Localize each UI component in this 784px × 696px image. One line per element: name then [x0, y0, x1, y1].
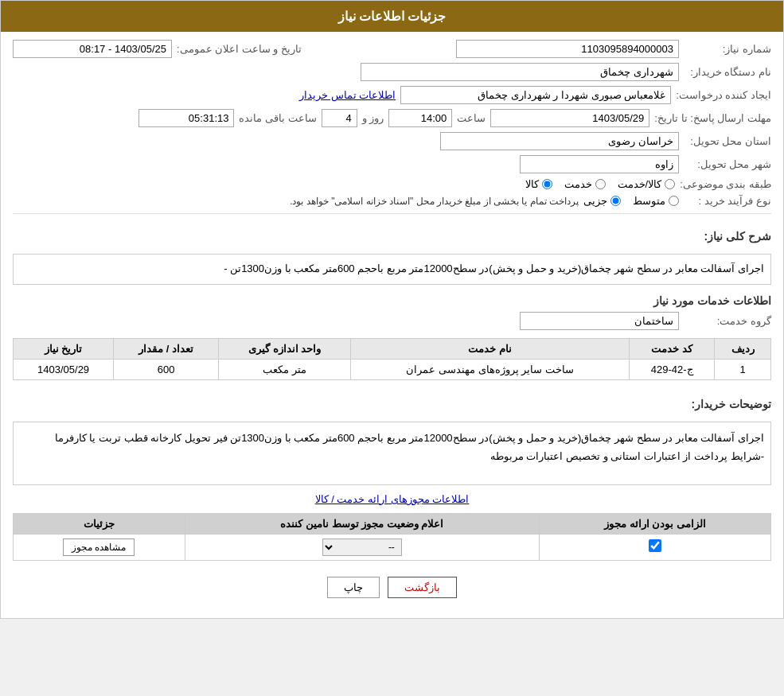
province-input[interactable]	[440, 132, 679, 150]
purchase-type-radio-jozii[interactable]	[610, 196, 621, 206]
license-status-dropdown[interactable]: --	[322, 539, 402, 556]
buyer-notes-box: اجرای آسفالت معابر در سطح شهر چخماق(خرید…	[13, 422, 771, 485]
col-unit: واحد اندازه گیری	[219, 338, 351, 359]
col-row-num: ردیف	[715, 338, 771, 359]
category-radio-khedmat[interactable]	[595, 179, 606, 189]
license-table: الزامی بودن ارائه مجوز اعلام وضعیت مجوز …	[13, 513, 771, 561]
category-label-khedmat: خدمت	[564, 178, 592, 190]
license-required-checkbox[interactable]	[649, 539, 661, 552]
print-button[interactable]: چاپ	[327, 577, 380, 598]
creator-input[interactable]	[400, 86, 671, 104]
buyer-name-input[interactable]	[361, 63, 679, 81]
col-date: تاریخ نیاز	[14, 338, 114, 359]
city-label: شهر محل تحویل:	[684, 158, 771, 170]
buyer-name-row: نام دستگاه خریدار:	[13, 63, 771, 81]
view-license-button[interactable]: مشاهده مجوز	[63, 539, 135, 556]
category-option-khedmat[interactable]: خدمت	[564, 178, 606, 190]
services-table-section: ردیف کد خدمت نام خدمت واحد اندازه گیری ت…	[13, 338, 771, 380]
category-row: طبقه بندی موضوعی: کالا/خدمت خدمت کالا	[13, 178, 771, 190]
list-item: -- مشاهده مجوز	[14, 534, 771, 560]
page-header: جزئیات اطلاعات نیاز	[1, 1, 783, 32]
category-radio-kala-khedmat[interactable]	[665, 179, 675, 189]
cell-unit: متر مکعب	[219, 359, 351, 379]
deadline-day-label: روز و	[362, 112, 384, 124]
buyer-notes-label: توضیحات خریدار:	[691, 398, 771, 410]
service-group-row: گروه خدمت:	[13, 312, 771, 330]
license-col-details: جزئیات	[14, 513, 185, 534]
divider-1	[13, 213, 771, 214]
purchase-type-option-motavasset[interactable]: متوسط	[633, 195, 679, 207]
services-table: ردیف کد خدمت نام خدمت واحد اندازه گیری ت…	[13, 338, 771, 380]
buyer-name-label: نام دستگاه خریدار:	[684, 66, 771, 78]
announce-date-input[interactable]	[13, 40, 172, 58]
category-option-kala-khedmat[interactable]: کالا/خدمت	[618, 178, 676, 190]
description-text: اجرای آسفالت معابر در سطح شهر چخماق(خرید…	[224, 262, 764, 274]
service-group-input[interactable]	[520, 312, 679, 330]
deadline-time-input[interactable]	[388, 109, 452, 127]
need-number-label: شماره نیاز:	[684, 43, 771, 55]
category-option-kala[interactable]: کالا	[525, 178, 552, 190]
cell-code: ج-42-429	[629, 359, 714, 379]
purchase-type-radio-group: متوسط جزیی	[583, 195, 679, 207]
deadline-label: مهلت ارسال پاسخ: تا تاریخ:	[654, 112, 771, 124]
license-link[interactable]: اطلاعات مجوزهای ارائه خدمت / کالا	[13, 493, 771, 505]
table-row: 1 ج-42-429 ساخت سایر پروژه‌های مهندسی عم…	[14, 359, 771, 379]
purchase-type-row: نوع فرآیند خرید : متوسط جزیی پرداخت تمام…	[13, 195, 771, 207]
purchase-type-label: نوع فرآیند خرید :	[684, 195, 771, 207]
license-required-cell	[540, 534, 771, 560]
deadline-row: مهلت ارسال پاسخ: تا تاریخ: ساعت روز و سا…	[13, 109, 771, 127]
back-button[interactable]: بازگشت	[388, 577, 457, 598]
buyer-notes-text: اجرای آسفالت معابر در سطح شهر چخماق(خرید…	[55, 432, 764, 462]
purchase-type-radio-motavasset[interactable]	[669, 196, 679, 206]
deadline-remaining-label: ساعت باقی مانده	[239, 112, 316, 124]
announce-date-label: تاریخ و ساعت اعلان عمومی:	[177, 43, 302, 55]
col-quantity: تعداد / مقدار	[114, 338, 219, 359]
cell-date: 1403/05/29	[14, 359, 114, 379]
purchase-type-note: پرداخت تمام یا بخشی از مبلغ خریدار محل "…	[290, 196, 579, 207]
license-details-cell: مشاهده مجوز	[14, 534, 185, 560]
city-row: شهر محل تحویل:	[13, 155, 771, 173]
description-box: اجرای آسفالت معابر در سطح شهر چخماق(خرید…	[13, 254, 771, 285]
deadline-remaining-input[interactable]	[138, 109, 234, 127]
cell-row-num: 1	[715, 359, 771, 379]
province-row: استان محل تحویل:	[13, 132, 771, 150]
creator-label: ایجاد کننده درخواست:	[676, 89, 771, 101]
creator-row: ایجاد کننده درخواست: اطلاعات تماس خریدار	[13, 86, 771, 104]
category-radio-group: کالا/خدمت خدمت کالا	[525, 178, 676, 190]
province-label: استان محل تحویل:	[684, 135, 771, 147]
col-service-code: کد خدمت	[629, 338, 714, 359]
description-label: شرح کلی نیاز:	[704, 230, 771, 243]
deadline-days-input[interactable]	[322, 109, 357, 127]
cell-name: ساخت سایر پروژه‌های مهندسی عمران	[351, 359, 630, 379]
purchase-type-label-motavasset: متوسط	[633, 195, 665, 207]
creator-contact-link[interactable]: اطلاعات تماس خریدار	[299, 89, 396, 101]
category-radio-kala[interactable]	[542, 179, 552, 189]
service-group-label: گروه خدمت:	[684, 315, 771, 327]
license-col-required: الزامی بودن ارائه مجوز	[540, 513, 771, 534]
purchase-type-option-jozii[interactable]: جزیی	[583, 195, 621, 207]
category-label-kala-khedmat: کالا/خدمت	[618, 178, 662, 190]
city-input[interactable]	[520, 155, 679, 173]
need-number-row: شماره نیاز: تاریخ و ساعت اعلان عمومی:	[13, 40, 771, 58]
purchase-type-label-jozii: جزیی	[583, 195, 607, 207]
category-label: طبقه بندی موضوعی:	[680, 178, 771, 190]
col-service-name: نام خدمت	[351, 338, 630, 359]
main-content: شماره نیاز: تاریخ و ساعت اعلان عمومی: نا…	[1, 32, 783, 618]
services-section-title: اطلاعات خدمات مورد نیاز	[13, 294, 771, 307]
license-status-cell: --	[185, 534, 540, 560]
deadline-time-label: ساعت	[457, 112, 486, 124]
page-title: جزئیات اطلاعات نیاز	[338, 10, 447, 23]
buyer-notes-label-row: توضیحات خریدار:	[13, 388, 771, 415]
page-container: جزئیات اطلاعات نیاز شماره نیاز: تاریخ و …	[0, 0, 784, 619]
need-number-input[interactable]	[456, 40, 679, 58]
cell-quantity: 600	[114, 359, 219, 379]
category-label-kala: کالا	[525, 178, 539, 190]
description-row: شرح کلی نیاز:	[13, 220, 771, 247]
license-table-section: الزامی بودن ارائه مجوز اعلام وضعیت مجوز …	[13, 513, 771, 561]
deadline-date-input[interactable]	[490, 109, 649, 127]
footer-buttons: بازگشت چاپ	[13, 577, 771, 598]
license-col-status: اعلام وضعیت مجوز توسط نامین کننده	[185, 513, 540, 534]
